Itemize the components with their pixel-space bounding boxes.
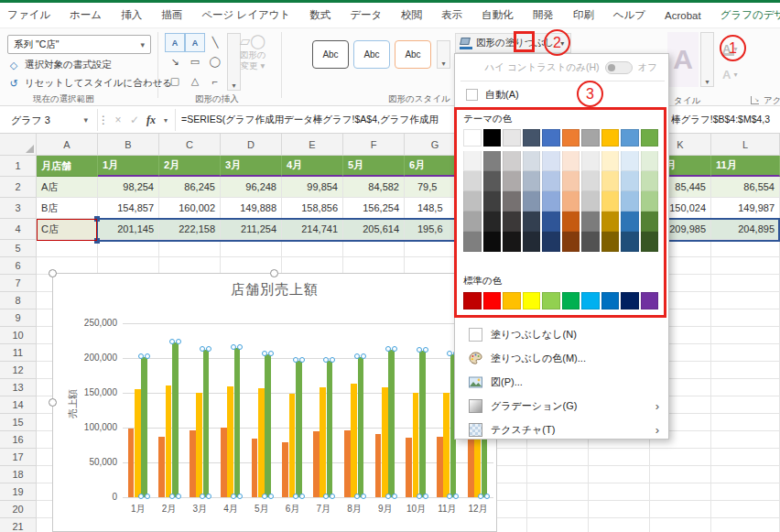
chart-handle[interactable]: [49, 269, 57, 277]
shape-styles-more-button[interactable]: ▾: [437, 40, 450, 69]
cell-J21[interactable]: [589, 518, 650, 532]
bar-B店-6月[interactable]: [289, 394, 296, 497]
row-header-5[interactable]: 5: [0, 240, 37, 257]
formula-input-right[interactable]: 棒グラフ!$B$4:$M$4,3: [671, 114, 779, 126]
standard-color-swatch[interactable]: [601, 292, 620, 309]
bar-C店-7月[interactable]: [327, 361, 333, 497]
bar-B店-7月[interactable]: [320, 387, 326, 497]
tab-描画[interactable]: 描画: [161, 8, 182, 22]
cell-L10[interactable]: [711, 327, 780, 344]
theme-color-swatch[interactable]: [483, 129, 502, 147]
menu-item-more-fill-colors[interactable]: 塗りつぶしの色(M)...: [455, 347, 668, 370]
tint-swatch[interactable]: [621, 232, 639, 252]
cell-D2[interactable]: 96,248: [221, 177, 282, 198]
cell-D1[interactable]: 3月: [221, 156, 282, 177]
bar-A店-6月[interactable]: [282, 442, 288, 497]
bar-C店-8月[interactable]: [358, 357, 364, 497]
cell-I20[interactable]: [527, 501, 589, 518]
row-header-3[interactable]: 3: [0, 198, 37, 219]
sales-chart[interactable]: 店舗別売上額 売上額 050,000100,000150,000200,0002…: [52, 273, 497, 532]
tint-swatch[interactable]: [523, 191, 541, 212]
menu-item-texture-fill[interactable]: テクスチャ(T)›: [455, 418, 668, 441]
tint-swatch[interactable]: [542, 191, 560, 212]
row-header-21[interactable]: 21: [0, 518, 37, 532]
bar-A店-12月[interactable]: [468, 434, 474, 497]
cell-L5[interactable]: [711, 240, 780, 257]
bar-C店-9月[interactable]: [388, 350, 395, 497]
bar-A店-1月[interactable]: [128, 429, 135, 497]
cell-L14[interactable]: [711, 396, 780, 414]
tint-swatch[interactable]: [601, 232, 620, 252]
tab-表示[interactable]: 表示: [441, 8, 462, 22]
row-header-7[interactable]: 7: [0, 275, 37, 292]
bar-A店-3月[interactable]: [190, 430, 196, 497]
enter-icon[interactable]: ✓: [126, 110, 143, 130]
cell-L18[interactable]: [711, 466, 780, 483]
standard-color-swatch[interactable]: [621, 292, 639, 309]
cell-L4[interactable]: 204,895: [711, 219, 780, 240]
dialog-launcher-icon[interactable]: ↘: [751, 96, 759, 104]
tint-swatch[interactable]: [641, 212, 659, 232]
cell-I17[interactable]: [527, 449, 589, 466]
tint-swatch[interactable]: [542, 171, 560, 191]
bar-A店-11月[interactable]: [437, 437, 443, 497]
tab-ホーム[interactable]: ホーム: [70, 8, 102, 22]
tint-swatch[interactable]: [621, 212, 639, 232]
tint-swatch[interactable]: [463, 212, 482, 232]
oval-icon[interactable]: ◯: [205, 52, 225, 71]
theme-color-swatch[interactable]: [601, 129, 620, 147]
cell-L12[interactable]: [711, 362, 780, 379]
shape-fill-dropdown-arrow[interactable]: ▾: [558, 39, 567, 48]
bar-B店-10月[interactable]: [413, 393, 419, 497]
theme-color-swatch[interactable]: [523, 129, 541, 147]
row-header-16[interactable]: 16: [0, 431, 37, 449]
formula-input-left[interactable]: =SERIES(グラフ作成用データ棒グラフ!$A$4,グラフ作成用: [181, 114, 453, 126]
cell-J18[interactable]: [589, 466, 650, 483]
bar-A店-7月[interactable]: [313, 431, 320, 497]
cell-K19[interactable]: [650, 483, 711, 501]
tint-swatch[interactable]: [503, 232, 521, 252]
cell-L17[interactable]: [711, 449, 780, 466]
chart-handle[interactable]: [270, 269, 278, 277]
cell-A5[interactable]: [37, 240, 98, 257]
theme-color-swatch[interactable]: [581, 129, 600, 147]
theme-color-swatch[interactable]: [503, 129, 521, 147]
cell-L8[interactable]: [711, 292, 780, 309]
row-header-20[interactable]: 20: [0, 501, 37, 518]
bar-C店-5月[interactable]: [265, 354, 271, 497]
row-header-4[interactable]: 4: [0, 219, 37, 240]
tint-swatch[interactable]: [542, 151, 560, 171]
text-outline-button[interactable]: A▾: [722, 65, 746, 83]
cell-E2[interactable]: 99,854: [282, 177, 343, 198]
triangle-icon[interactable]: △: [185, 71, 205, 91]
tint-swatch[interactable]: [483, 151, 502, 171]
cell-L19[interactable]: [711, 483, 780, 501]
shape-change-button[interactable]: ▱◯ 図形の 変更 ▾: [231, 33, 275, 71]
shape-style-preset[interactable]: Abc: [353, 40, 390, 69]
cell-L7[interactable]: [711, 275, 780, 292]
cell-L2[interactable]: 86,554: [711, 177, 780, 198]
shape-style-preset[interactable]: Abc: [312, 40, 349, 69]
tab-挿入[interactable]: 挿入: [121, 8, 142, 22]
tab-ヘルプ[interactable]: ヘルプ: [613, 8, 645, 22]
shape-style-preset[interactable]: Abc: [395, 40, 431, 69]
column-header-L[interactable]: L: [711, 134, 780, 156]
column-header-C[interactable]: C: [159, 134, 221, 156]
tint-swatch[interactable]: [503, 191, 521, 212]
chevron-down-icon[interactable]: ▾: [159, 110, 172, 130]
menu-item-picture-fill[interactable]: 図(P)...: [455, 371, 668, 394]
cell-E5[interactable]: [282, 240, 343, 257]
tab-開発[interactable]: 開発: [533, 8, 554, 22]
menu-item-no-fill[interactable]: 塗りつぶしなし(N): [455, 323, 668, 346]
cell-F1[interactable]: 5月: [343, 156, 405, 177]
rectangle-icon[interactable]: ▭: [185, 52, 205, 71]
cell-D4[interactable]: 211,254: [221, 219, 282, 240]
tab-自動化[interactable]: 自動化: [482, 8, 514, 22]
row-header-18[interactable]: 18: [0, 466, 37, 483]
bar-C店-1月[interactable]: [141, 357, 147, 497]
cell-L6[interactable]: [711, 257, 780, 275]
theme-color-swatch[interactable]: [542, 129, 560, 147]
cell-B4[interactable]: 201,145: [98, 219, 159, 240]
cell-L21[interactable]: [711, 518, 780, 532]
cell-C3[interactable]: 160,002: [159, 198, 221, 219]
